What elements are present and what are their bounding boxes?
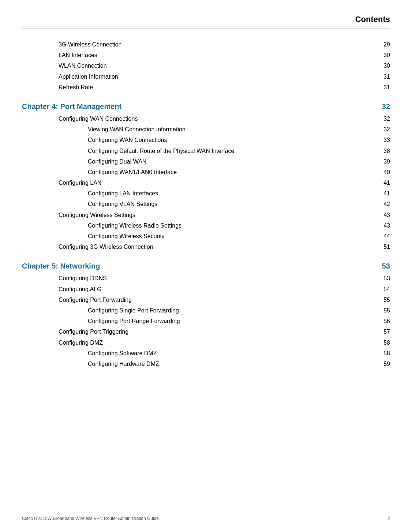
toc-entry-wlan-connection: WLAN Connection 30 [22, 61, 390, 71]
toc-entry-hardware-dmz: Configuring Hardware DMZ 59 [22, 359, 390, 369]
toc-entry-single-port-fwd: Configuring Single Port Forwarding 55 [22, 306, 390, 315]
page-container: Contents 3G Wireless Connection 29 LAN I… [0, 0, 412, 532]
toc-entry-port-triggering: Configuring Port Triggering 57 [22, 327, 390, 337]
toc-entry-3g: 3G Wireless Connection 29 [22, 40, 390, 49]
toc-entry-alg: Configuring ALG 54 [22, 284, 390, 294]
toc-entry-wireless-radio: Configuring Wireless Radio Settings 43 [22, 221, 390, 231]
toc-entry-3g-wireless: Configuring 3G Wireless Connection 51 [22, 242, 390, 252]
toc-entry-vlan-settings: Configuring VLAN Settings 42 [22, 199, 390, 209]
toc-entry-lan-interfaces-sub: Configuring LAN Interfaces 41 [22, 188, 390, 198]
footer-left-text: Cisco RV315W Broadband Wireless VPN Rout… [22, 516, 159, 521]
toc-entry-refresh-rate: Refresh Rate 31 [22, 82, 390, 92]
chapter4-sections: Configuring WAN Connections 32 Viewing W… [22, 114, 390, 252]
toc-entry-port-range-fwd: Configuring Port Range Forwarding 56 [22, 316, 390, 326]
toc-entry-default-route: Configuring Default Route of the Physica… [22, 146, 390, 156]
toc-entry-wireless-settings: Configuring Wireless Settings 43 [22, 210, 390, 220]
toc-entry-ddns: Configuring DDNS 53 [22, 273, 390, 283]
toc-entry-viewing-wan: Viewing WAN Connection Information 32 [22, 124, 390, 134]
toc-entry-wireless-security: Configuring Wireless Security 44 [22, 231, 390, 241]
chapter5-sections: Configuring DDNS 53 Configuring ALG 54 C… [22, 273, 390, 369]
chapter5-heading: Chapter 5: Networking 53 [22, 262, 390, 270]
toc-entry-wan-connections: Configuring WAN Connections 32 [22, 114, 390, 124]
toc-entry-app-info: Application Information 31 [22, 72, 390, 82]
toc-entry-dual-wan: Configuring Dual WAN 39 [22, 157, 390, 166]
footer-page-number: 2 [387, 516, 390, 521]
toc-entry-dmz: Configuring DMZ 58 [22, 338, 390, 348]
pre-chapter4-entries: 3G Wireless Connection 29 LAN Interfaces… [22, 40, 390, 92]
contents-title: Contents [22, 15, 390, 24]
toc-entry-software-dmz: Configuring Software DMZ 58 [22, 348, 390, 358]
toc-entry-configuring-lan: Configuring LAN 41 [22, 178, 390, 188]
header-line [22, 28, 390, 29]
toc-entry-wan1-lan0: Configuring WAN1/LAN0 Interface 40 [22, 167, 390, 177]
toc-entry-port-forwarding: Configuring Port Forwarding 55 [22, 295, 390, 305]
chapter4-heading: Chapter 4: Port Management 32 [22, 102, 390, 111]
page-footer: Cisco RV315W Broadband Wireless VPN Rout… [22, 512, 390, 521]
toc-entry-lan-interfaces: LAN Interfaces 30 [22, 50, 390, 60]
toc-entry-configuring-wan: Configuring WAN Connections 33 [22, 135, 390, 145]
